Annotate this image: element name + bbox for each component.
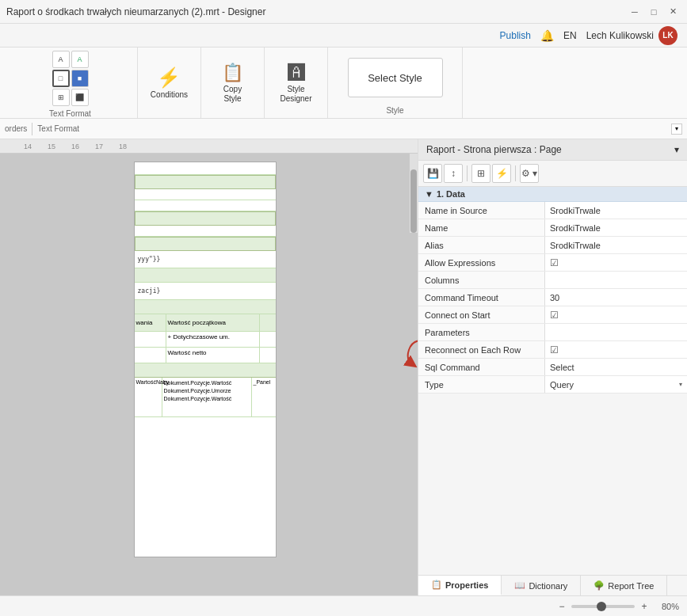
text-format-group: A A □ ■ ⊞ ⬛ Text Format [3,48,138,118]
prop-val-allow-expressions[interactable]: ☑ [545,254,687,271]
style-designer-button[interactable]: 🅰 Style Designer [275,59,316,107]
report-tree-tab-label: Report Tree [608,581,654,591]
canvas-cols-row-3: Wartość netto [135,348,276,363]
zoom-slider[interactable] [571,605,635,608]
prop-val-name-in-source[interactable]: SrodkiTrwale [545,202,687,219]
status-bar: − + 80% [0,595,687,616]
canvas-bottom-col2: Dokument.Pozycje.WartośćDokument.Pozycje… [162,378,252,416]
canvas-row-9 [135,268,276,283]
select-style-button[interactable]: Select Style [348,58,443,97]
copy-style-label: Copy Style [223,85,242,104]
scroll-thumb[interactable] [410,169,417,233]
prop-val-sql-command[interactable]: Select [545,359,687,375]
panel-toolbar: 💾 ↕ ⊞ ⚡ ⚙ ▾ [418,161,687,187]
allow-expressions-checkbox[interactable]: ☑ [550,257,559,268]
copy-style-button[interactable]: 📋 Copy Style [217,59,249,107]
props-section-data[interactable]: ▼ 1. Data [418,187,687,202]
properties-tab-label: Properties [445,580,488,590]
zoom-in-button[interactable]: + [638,600,651,613]
prop-val-alias[interactable]: SrodkiTrwale [545,237,687,253]
panel-dropdown-arrow[interactable]: ▾ [674,144,679,155]
tab-report-tree[interactable]: 🌳 Report Tree [581,576,667,595]
canvas-row-zacji: zacji} [135,283,276,300]
panel-lightning-button[interactable]: ⚡ [492,164,511,183]
tab-properties[interactable]: 📋 Properties [418,576,502,595]
canvas-bottom-col3: _Panel [252,378,276,416]
prop-row-sql-command: Sql Command Select [418,359,687,376]
dictionary-tab-label: Dictionary [529,581,567,591]
prop-val-parameters[interactable] [545,324,687,340]
canvas-wrapper: yyy"}} zacji} wania Wartość początkowa [0,154,418,565]
border2-button[interactable]: ⊞ [52,89,70,106]
zoom-level-label: 80% [654,602,679,611]
prop-val-reconnect[interactable]: ☑ [545,341,687,358]
panel-grid-button[interactable]: ⊞ [471,164,490,183]
canvas-col-empty5 [260,348,276,363]
prop-row-name-in-source: Name in Source SrodkiTrwale [418,202,687,219]
canvas-col-empty4 [135,348,166,363]
fill-button[interactable]: ■ [71,70,89,87]
prop-key-alias: Alias [418,237,545,253]
canvas-col-empty2 [135,332,166,347]
prop-val-command-timeout[interactable]: 30 [545,289,687,306]
avatar: LK [658,26,677,45]
prop-val-connect-on-start[interactable]: ☑ [545,306,687,323]
prop-val-type[interactable]: Query ▾ [545,376,687,393]
properties-table: ▼ 1. Data Name in Source SrodkiTrwale Na… [418,187,687,575]
canvas-row-1 [135,162,276,175]
prop-key-connect-on-start: Connect on Start [418,306,545,323]
canvas-row-11 [135,300,276,314]
fill2-button[interactable]: ⬛ [71,89,89,106]
prop-row-connect-on-start: Connect on Start ☑ [418,306,687,324]
conditions-button[interactable]: ⚡ Conditions [146,63,193,102]
window-title: Raport o środkach trwałych nieumarzanych… [6,6,265,17]
user-menu[interactable]: Lech Kulikowski LK [586,26,677,45]
tab-dictionary[interactable]: 📖 Dictionary [502,576,581,595]
canvas-content[interactable]: yyy"}} zacji} wania Wartość początkowa [134,162,277,557]
canvas-col-empty [260,314,276,331]
prop-key-command-timeout: Command Timeout [418,289,545,306]
panel-header: Raport - Strona pierwsza : Page ▾ [418,139,687,161]
panel-separator-1 [467,165,468,181]
font-color-button[interactable]: A [52,51,70,68]
zoom-out-button[interactable]: − [555,600,568,613]
canvas-row-yyy: yyy"}} [135,251,276,268]
prop-row-name: Name SrodkiTrwale [418,219,687,237]
border-button[interactable]: □ [52,70,70,87]
language-selector[interactable]: EN [563,30,577,41]
vertical-scrollbar[interactable] [410,154,418,233]
close-button[interactable]: ✕ [665,4,681,20]
zoom-slider-thumb [597,602,606,611]
toolbar-expand-button[interactable]: ▾ [671,124,682,135]
ruler-14: 14 [16,143,40,150]
user-name: Lech Kulikowski [586,30,654,41]
panel-settings-button[interactable]: ⚙ ▾ [520,164,539,183]
minimize-button[interactable]: ─ [627,4,643,20]
prop-row-alias: Alias SrodkiTrwale [418,237,687,254]
prop-key-parameters: Parameters [418,324,545,340]
panel-title: Raport - Strona pierwsza : Page [426,144,562,155]
panel-sort-button[interactable]: ↕ [444,164,463,183]
prop-row-reconnect: Reconnect on Each Row ☑ [418,341,687,359]
highlight-button[interactable]: A [71,51,89,68]
connect-on-start-checkbox[interactable]: ☑ [550,310,559,321]
main-area: 14 15 16 17 18 yyy"}} zacj [0,139,687,595]
ruler-15: 15 [40,143,63,150]
prop-key-name: Name [418,219,545,236]
prop-val-name[interactable]: SrodkiTrwale [545,219,687,236]
conditions-items: ⚡ Conditions [146,51,193,115]
canvas-row-2 [135,175,276,189]
canvas-col-empty3 [260,332,276,347]
panel-save-button[interactable]: 💾 [423,164,442,183]
canvas-row-4 [135,200,276,211]
conditions-group: ⚡ Conditions [138,48,201,118]
publish-link[interactable]: Publish [500,30,531,41]
text-format-label: Text Format [49,106,91,118]
reconnect-checkbox[interactable]: ☑ [550,344,559,356]
notification-bell-icon[interactable]: 🔔 [540,29,554,42]
ribbon: A A □ ■ ⊞ ⬛ Text Format ⚡ Conditions [0,48,687,119]
maximize-button[interactable]: □ [646,4,662,20]
toolbar-orders-label: orders [5,124,27,133]
prop-val-columns[interactable] [545,272,687,288]
type-dropdown-arrow[interactable]: ▾ [679,381,682,388]
